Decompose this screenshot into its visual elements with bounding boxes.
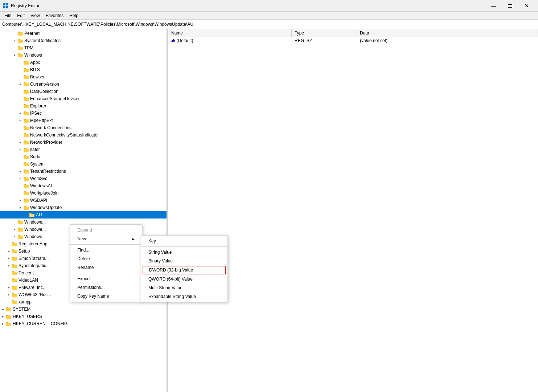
expand-icon[interactable] bbox=[17, 154, 23, 160]
tree-item[interactable]: ▸SYSTEM bbox=[0, 306, 167, 313]
menu-edit[interactable]: Edit bbox=[14, 12, 28, 19]
svg-rect-2 bbox=[3, 6, 5, 8]
close-button[interactable]: ✕ bbox=[518, 0, 535, 12]
expand-icon[interactable] bbox=[17, 161, 23, 167]
tree-item[interactable]: ▸HKEY_USERS bbox=[0, 313, 167, 320]
svg-rect-31 bbox=[24, 126, 26, 127]
tree-item[interactable]: EnhancedStorageDevices bbox=[0, 95, 167, 102]
expand-icon[interactable]: ▸ bbox=[17, 176, 23, 181]
tree-item[interactable]: ▸IPSec bbox=[0, 110, 167, 117]
expand-icon[interactable]: ▸ bbox=[6, 285, 12, 290]
expand-icon[interactable] bbox=[6, 270, 12, 276]
tree-panel[interactable]: Peernet▸SystemCertificatesTPM▾WindowsApp… bbox=[0, 29, 167, 392]
context-menu-item-find...[interactable]: Find... bbox=[70, 246, 142, 254]
minimize-button[interactable]: — bbox=[485, 0, 502, 12]
expand-icon[interactable] bbox=[6, 299, 12, 305]
maximize-button[interactable]: 🗖 bbox=[502, 0, 518, 12]
expand-icon[interactable] bbox=[17, 67, 23, 73]
expand-icon[interactable] bbox=[12, 219, 17, 225]
tree-item[interactable]: Appx bbox=[0, 59, 167, 66]
expand-icon[interactable]: ▸ bbox=[12, 38, 17, 44]
tree-item[interactable]: ▸WSDAPI bbox=[0, 197, 167, 204]
expand-icon[interactable]: ▸ bbox=[6, 248, 12, 254]
expand-icon[interactable] bbox=[17, 183, 23, 189]
menu-favorites[interactable]: Favorites bbox=[43, 12, 66, 19]
submenu-item-binary-value[interactable]: Binary Value bbox=[141, 257, 227, 265]
context-menu-item-export[interactable]: Export bbox=[70, 274, 142, 283]
expand-icon[interactable]: ▸ bbox=[6, 292, 12, 298]
expand-icon[interactable]: ▸ bbox=[17, 81, 23, 87]
tree-item[interactable]: WindowsAI bbox=[0, 182, 167, 189]
tree-item[interactable]: ▾Windows bbox=[0, 52, 167, 59]
menu-help[interactable]: Help bbox=[66, 12, 81, 19]
tree-item[interactable]: Bowser bbox=[0, 73, 167, 81]
context-menu-item-rename[interactable]: Rename bbox=[70, 263, 142, 272]
expand-icon[interactable] bbox=[17, 60, 23, 65]
submenu-item-dword--32-bit--value[interactable]: DWORD (32-bit) Value bbox=[143, 266, 226, 274]
tree-item[interactable]: ▸SystemCertificates bbox=[0, 37, 167, 44]
tree-item[interactable]: WorkplaceJoin bbox=[0, 189, 167, 197]
folder-icon bbox=[12, 270, 17, 275]
expand-icon[interactable] bbox=[6, 241, 12, 247]
tree-item[interactable]: Sudo bbox=[0, 153, 167, 160]
context-menu-item-copy-key-name[interactable]: Copy Key Name bbox=[70, 292, 142, 301]
expand-icon[interactable] bbox=[17, 132, 23, 138]
expand-icon[interactable]: ▸ bbox=[6, 263, 12, 269]
expand-icon[interactable] bbox=[17, 96, 23, 102]
context-menu-item-new[interactable]: New▶ bbox=[70, 234, 142, 243]
expand-icon[interactable]: ▸ bbox=[6, 256, 12, 261]
expand-icon[interactable] bbox=[6, 277, 12, 283]
expand-icon[interactable]: ▸ bbox=[0, 306, 6, 312]
expand-icon[interactable]: ▸ bbox=[17, 197, 23, 203]
expand-icon[interactable] bbox=[12, 30, 17, 36]
menu-file[interactable]: File bbox=[1, 12, 14, 19]
submenu-item-expandable-string-value[interactable]: Expandable String Value bbox=[141, 292, 227, 301]
collapse-icon[interactable]: ▾ bbox=[12, 52, 17, 58]
tree-item[interactable]: ▾WindowsUpdate bbox=[0, 204, 167, 211]
tree-item[interactable]: ▸NetworkProvider bbox=[0, 139, 167, 146]
menu-view[interactable]: View bbox=[28, 12, 43, 19]
tree-item[interactable]: ▸CurrentVersion bbox=[0, 81, 167, 88]
collapse-icon[interactable]: ▾ bbox=[17, 205, 23, 211]
expand-icon[interactable]: ▸ bbox=[17, 168, 23, 174]
tree-item[interactable]: NetworkConnectivityStatusIndicator bbox=[0, 131, 167, 139]
expand-icon[interactable] bbox=[17, 103, 23, 109]
tree-item[interactable]: Explorer bbox=[0, 102, 167, 110]
submenu-item-multi-string-value[interactable]: Multi-String Value bbox=[141, 283, 227, 292]
tree-item[interactable]: System bbox=[0, 160, 167, 168]
expand-icon[interactable]: ▸ bbox=[17, 139, 23, 145]
tree-item[interactable]: ▸TenantRestrictions bbox=[0, 168, 167, 175]
expand-icon[interactable] bbox=[17, 89, 23, 94]
tree-item[interactable]: ▸safer bbox=[0, 146, 167, 153]
expand-icon[interactable]: ▸ bbox=[17, 147, 23, 152]
expand-icon[interactable]: ▸ bbox=[12, 226, 17, 232]
tree-item[interactable]: ▸WcmSvc bbox=[0, 175, 167, 182]
expand-icon[interactable]: ▸ bbox=[12, 234, 17, 240]
expand-icon[interactable]: ▸ bbox=[17, 118, 23, 123]
submenu-item-qword--64-bit--value[interactable]: QWORD (64-bit) Value bbox=[141, 275, 227, 283]
tree-item[interactable]: ▸MpeHttpExt bbox=[0, 117, 167, 124]
tree-item[interactable]: DataCollection bbox=[0, 88, 167, 95]
folder-icon bbox=[17, 227, 23, 232]
expand-icon[interactable] bbox=[17, 74, 23, 80]
tree-item[interactable]: AU bbox=[0, 211, 167, 219]
context-menu-item-label: Rename bbox=[77, 265, 94, 270]
tree-item[interactable]: Network Connections bbox=[0, 124, 167, 131]
tree-item[interactable]: TPM bbox=[0, 44, 167, 52]
tree-item[interactable]: BITS bbox=[0, 66, 167, 73]
collapse-icon[interactable] bbox=[23, 212, 29, 218]
tree-item-label: VideoLAN bbox=[19, 278, 38, 283]
submenu-item-string-value[interactable]: String Value bbox=[141, 248, 227, 257]
tree-item[interactable]: ▸HKEY_CURRENT_CONFIG bbox=[0, 320, 167, 327]
expand-icon[interactable] bbox=[12, 45, 17, 51]
submenu-item-key[interactable]: Key bbox=[141, 237, 227, 245]
context-menu-item-permissions...[interactable]: Permissions... bbox=[70, 283, 142, 292]
registry-row-default[interactable]: ab (Default) REG_SZ (value not set) bbox=[168, 37, 538, 44]
context-menu-item-delete[interactable]: Delete bbox=[70, 254, 142, 263]
expand-icon[interactable]: ▸ bbox=[0, 314, 6, 319]
tree-item[interactable]: Peernet bbox=[0, 30, 167, 37]
expand-icon[interactable]: ▸ bbox=[0, 321, 6, 327]
expand-icon[interactable] bbox=[17, 190, 23, 196]
expand-icon[interactable] bbox=[17, 125, 23, 131]
expand-icon[interactable]: ▸ bbox=[17, 110, 23, 116]
